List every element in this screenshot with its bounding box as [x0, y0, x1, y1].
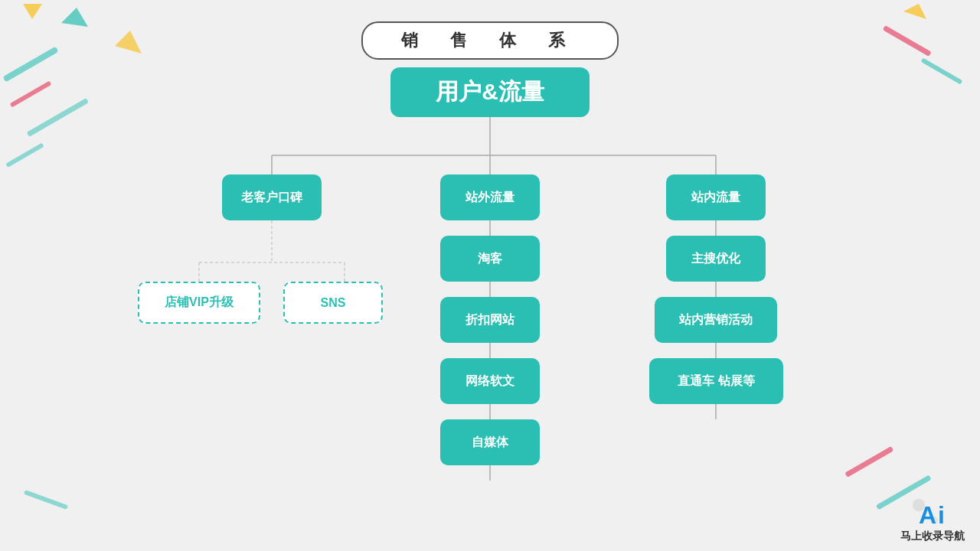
main-content: 销 售 体 系 — [0, 0, 980, 551]
node-search-opt: 主搜优化 — [666, 236, 766, 282]
node-sns: SNS — [283, 282, 383, 324]
page-title: 销 售 体 系 — [361, 21, 619, 60]
node-soft-article: 网络软文 — [440, 358, 540, 404]
node-inside-traffic: 站内流量 — [666, 174, 766, 220]
node-discount: 折扣网站 — [440, 297, 540, 343]
watermark-text: 马上收录导航 — [900, 530, 965, 543]
watermark-logo: Ai — [919, 501, 946, 530]
node-marketing: 站内营销活动 — [655, 297, 777, 343]
root-node: 用户&流量 — [390, 67, 590, 117]
tree-diagram: 用户&流量 老客户口碑 站外流量 站内流量 店铺VIP升级 SNS 淘客 折扣网… — [122, 67, 858, 504]
node-store-vip: 店铺VIP升级 — [138, 282, 260, 324]
watermark: Ai 马上收录导航 — [900, 501, 965, 543]
node-self-media: 自媒体 — [440, 419, 540, 465]
node-old-customer: 老客户口碑 — [222, 174, 322, 220]
node-taoke: 淘客 — [440, 236, 540, 282]
node-direct-train: 直通车 钻展等 — [649, 358, 783, 404]
node-outside-traffic: 站外流量 — [440, 174, 540, 220]
